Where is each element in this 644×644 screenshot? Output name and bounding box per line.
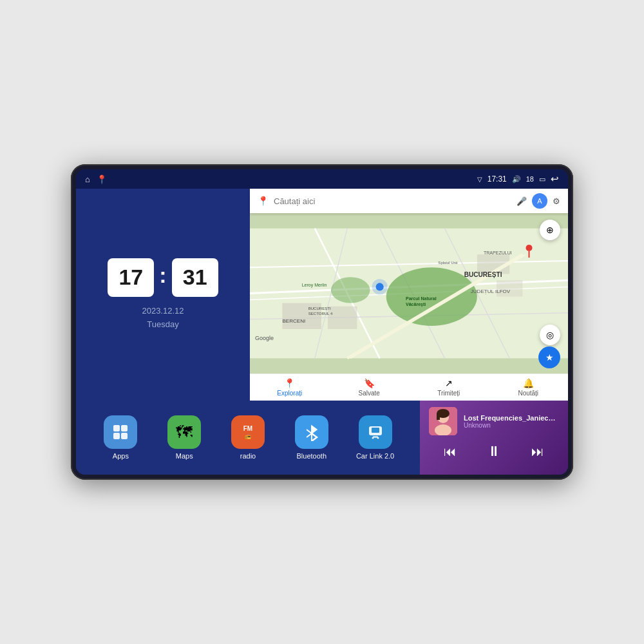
maps-label: Maps <box>176 452 193 460</box>
music-album-art <box>429 407 457 435</box>
map-compass-btn[interactable]: ⊕ <box>540 220 560 240</box>
music-prev-btn[interactable]: ⏮ <box>441 442 459 462</box>
battery-level: 18 <box>526 175 534 183</box>
explore-icon: 📍 <box>284 378 295 388</box>
signal-icon: ▽ <box>477 176 482 183</box>
svg-rect-32 <box>121 425 128 431</box>
map-location-btn[interactable]: ◎ <box>540 325 560 345</box>
map-nav-news[interactable]: 🔔 Noutăți <box>509 378 547 397</box>
carlink-label: Car Link 2.0 <box>356 452 394 460</box>
map-nav-send[interactable]: ↗ Trimiteți <box>430 378 468 397</box>
news-label: Noutăți <box>518 390 538 397</box>
map-canvas: BUCUREȘTI JUDEȚUL ILFOV TRAPEZULUI BERCE… <box>250 213 568 374</box>
news-icon: 🔔 <box>523 378 534 388</box>
map-bottom-nav: 📍 Explorați 🔖 Salvate ↗ Trimiteți 🔔 <box>250 374 568 401</box>
clock-widget: 17 : 31 2023.12.12 Tuesday <box>76 189 250 401</box>
map-nav-saved[interactable]: 🔖 Salvate <box>350 378 388 397</box>
map-search-input[interactable] <box>274 196 511 206</box>
svg-rect-12 <box>328 307 357 329</box>
svg-text:BUCUREȘTI: BUCUREȘTI <box>308 307 331 310</box>
apps-dock: Apps 🗺 Maps FM 📻 radio <box>76 401 420 475</box>
svg-text:Splaiul Unii: Splaiul Unii <box>438 261 457 265</box>
bluetooth-icon <box>295 415 328 449</box>
map-navigate-btn[interactable]: ★ <box>538 346 560 368</box>
svg-text:Văcărești: Văcărești <box>406 302 426 307</box>
svg-point-41 <box>372 437 374 439</box>
apps-icon <box>104 415 137 449</box>
svg-rect-39 <box>372 428 379 433</box>
map-nav-explore[interactable]: 📍 Explorați <box>270 378 309 397</box>
user-avatar[interactable]: A <box>532 193 547 209</box>
music-track-title: Lost Frequencies_Janieck Devy-... <box>464 414 559 422</box>
svg-rect-47 <box>437 413 440 420</box>
bluetooth-label: Bluetooth <box>297 452 327 460</box>
music-track-info: Lost Frequencies_Janieck Devy-... Unknow… <box>429 407 559 435</box>
svg-line-36 <box>307 430 312 433</box>
device-screen: ⌂ 📍 ▽ 17:31 🔊 18 ▭ ↩ 17 : <box>76 169 568 475</box>
status-time: 17:31 <box>488 175 507 184</box>
radio-label: radio <box>240 452 256 460</box>
svg-rect-31 <box>113 425 120 431</box>
main-content: 17 : 31 2023.12.12 Tuesday 📍 <box>76 189 568 475</box>
clock-display: 17 : 31 <box>108 258 218 297</box>
svg-text:BUCUREȘTI: BUCUREȘTI <box>464 271 502 278</box>
music-track-artist: Unknown <box>464 422 559 429</box>
svg-text:Parcul Natural: Parcul Natural <box>406 296 437 301</box>
clock-minute: 31 <box>172 258 218 297</box>
saved-label: Salvate <box>359 390 380 397</box>
maps-icon: 🗺 <box>167 415 201 449</box>
settings-icon[interactable]: ⚙ <box>553 196 560 206</box>
volume-icon: 🔊 <box>512 175 521 184</box>
apps-label: Apps <box>113 452 129 460</box>
radio-icon: FM 📻 <box>231 415 265 449</box>
app-icon-carlink[interactable]: Car Link 2.0 <box>356 415 395 460</box>
battery-icon: ▭ <box>539 175 545 184</box>
back-icon[interactable]: ↩ <box>551 173 559 185</box>
voice-search-icon[interactable]: 🎤 <box>516 196 527 206</box>
clock-colon: : <box>159 263 166 288</box>
svg-text:Leroy Merlin: Leroy Merlin <box>302 283 327 288</box>
svg-text:BERCENI: BERCENI <box>282 318 305 324</box>
carlink-icon <box>359 415 392 449</box>
status-bar: ⌂ 📍 ▽ 17:31 🔊 18 ▭ ↩ <box>76 169 568 189</box>
saved-icon: 🔖 <box>364 378 375 388</box>
map-pin-icon: 📍 <box>258 196 269 206</box>
svg-text:JUDEȚUL ILFOV: JUDEȚUL ILFOV <box>471 289 511 295</box>
send-label: Trimiteți <box>437 390 460 397</box>
app-icon-bluetooth[interactable]: Bluetooth <box>292 415 331 460</box>
maps-shortcut-icon[interactable]: 📍 <box>97 175 107 184</box>
music-play-pause-btn[interactable]: ⏸ <box>484 440 504 462</box>
svg-point-42 <box>377 437 379 439</box>
app-icon-apps[interactable]: Apps <box>101 415 140 460</box>
svg-point-10 <box>331 277 370 303</box>
clock-date: 2023.12.12 Tuesday <box>142 305 184 332</box>
status-left-icons: ⌂ 📍 <box>85 175 107 184</box>
map-search-icons: 🎤 A ⚙ <box>516 193 560 209</box>
explore-label: Explorați <box>277 390 302 397</box>
music-player: Lost Frequencies_Janieck Devy-... Unknow… <box>420 401 568 475</box>
svg-text:TRAPEZULUI: TRAPEZULUI <box>484 251 512 255</box>
car-head-unit: ⌂ 📍 ▽ 17:31 🔊 18 ▭ ↩ 17 : <box>71 164 573 480</box>
app-icon-maps[interactable]: 🗺 Maps <box>165 415 204 460</box>
app-icon-radio[interactable]: FM 📻 radio <box>229 415 267 460</box>
music-controls: ⏮ ⏸ ⏭ <box>429 440 559 462</box>
svg-point-27 <box>526 245 532 251</box>
svg-line-37 <box>307 433 312 437</box>
map-section: 📍 🎤 A ⚙ <box>250 189 568 401</box>
music-track-text: Lost Frequencies_Janieck Devy-... Unknow… <box>464 414 559 429</box>
svg-rect-34 <box>121 433 128 439</box>
svg-rect-33 <box>113 433 120 439</box>
google-watermark: Google <box>255 335 274 341</box>
status-right-info: ▽ 17:31 🔊 18 ▭ ↩ <box>477 173 559 185</box>
svg-text:SECTORUL 4: SECTORUL 4 <box>308 312 333 316</box>
send-icon: ↗ <box>445 378 453 388</box>
clock-hour: 17 <box>108 258 154 297</box>
svg-point-30 <box>372 279 388 294</box>
home-icon[interactable]: ⌂ <box>85 175 90 184</box>
music-next-btn[interactable]: ⏭ <box>529 442 547 462</box>
top-section: 17 : 31 2023.12.12 Tuesday 📍 <box>76 189 568 401</box>
bottom-section: Apps 🗺 Maps FM 📻 radio <box>76 401 568 475</box>
map-search-bar: 📍 🎤 A ⚙ <box>250 189 568 213</box>
